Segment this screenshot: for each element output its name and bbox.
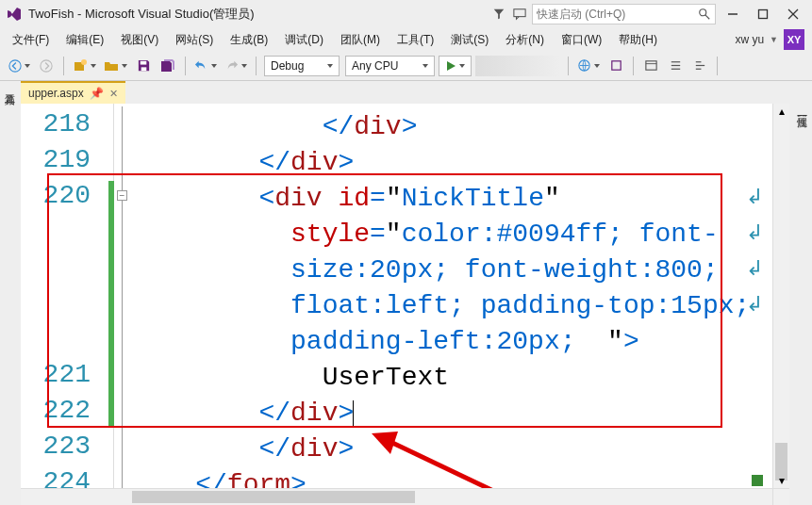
svg-point-8 (41, 59, 52, 71)
search-icon[interactable] (698, 8, 711, 21)
config-combo[interactable]: Debug (264, 56, 340, 76)
tool-btn-4[interactable] (688, 55, 711, 77)
menu-test[interactable]: 测试(S) (442, 29, 497, 51)
redo-button[interactable] (222, 55, 250, 77)
menu-analyze[interactable]: 分析(N) (497, 29, 553, 51)
tabstrip: upper.aspx 📌 ✕ (21, 81, 789, 104)
line-number: 221 (21, 360, 98, 389)
notifications-icon[interactable] (490, 6, 507, 23)
horizontal-scrollbar[interactable] (21, 488, 772, 505)
menu-file[interactable]: 文件(F) (4, 29, 58, 51)
nav-fwd-button[interactable] (35, 55, 58, 77)
save-all-button[interactable] (157, 55, 179, 77)
user-dropdown-icon[interactable]: ▼ (770, 35, 778, 44)
fold-toggle[interactable]: − (117, 190, 127, 201)
wrap-icon: ↲ (746, 220, 763, 245)
line-number: 218 (21, 109, 98, 138)
close-tab-icon[interactable]: ✕ (109, 88, 118, 100)
wrap-indicators: ↲ ↲ ↲ ↲ (733, 104, 769, 505)
svg-rect-12 (141, 67, 146, 71)
undo-button[interactable] (191, 55, 220, 77)
titlebar: TwoFish - Microsoft Visual Studio(管理员) (0, 0, 812, 28)
editor[interactable]: 218 219 220 221 222 223 224 225 − </div>… (21, 104, 789, 505)
tool-btn-2[interactable] (639, 55, 662, 77)
new-project-button[interactable] (70, 55, 99, 77)
line-number: 222 (21, 396, 98, 425)
line-number: 220 (21, 181, 98, 210)
line-number: 219 (21, 145, 98, 174)
close-button[interactable] (780, 4, 806, 24)
debug-target-area[interactable] (475, 56, 560, 76)
menu-team[interactable]: 团队(M) (332, 29, 389, 51)
scroll-corner (772, 488, 789, 505)
svg-point-7 (9, 59, 21, 71)
menu-tools[interactable]: 工具(T) (389, 29, 442, 51)
menu-help[interactable]: 帮助(H) (610, 29, 666, 51)
scroll-up-icon[interactable]: ▴ (773, 104, 789, 119)
svg-line-2 (705, 15, 709, 19)
user-badge[interactable]: XY (784, 29, 804, 50)
quicklaunch[interactable] (532, 4, 716, 24)
nav-back-button[interactable] (6, 55, 33, 77)
menu-edit[interactable]: 编辑(E) (58, 29, 112, 51)
menu-window[interactable]: 窗口(W) (553, 29, 610, 51)
scroll-down-icon[interactable]: ▾ (773, 473, 789, 488)
svg-rect-4 (759, 10, 768, 19)
minimize-button[interactable] (720, 4, 746, 24)
menu-debug[interactable]: 调试(D) (276, 29, 332, 51)
toolbox-tab[interactable]: 工具箱 (0, 81, 20, 92)
left-rail: 工具箱 (0, 81, 21, 505)
vs-logo-icon (6, 6, 23, 23)
menu-view[interactable]: 视图(V) (112, 29, 167, 51)
save-button[interactable] (132, 55, 155, 77)
line-number-gutter: 218 219 220 221 222 223 224 225 (21, 104, 113, 505)
svg-point-1 (700, 9, 706, 16)
tool-btn-1[interactable] (605, 55, 627, 77)
properties-tab[interactable]: 属性 (789, 104, 812, 115)
code-area[interactable]: </div> </div> <div id="NickTitle" style=… (132, 104, 731, 505)
feedback-icon[interactable] (511, 6, 528, 23)
browser-link-button[interactable] (574, 55, 603, 77)
vertical-scrollbar[interactable]: ▴ ▾ (772, 104, 789, 488)
maximize-button[interactable] (750, 4, 776, 24)
svg-rect-0 (514, 9, 525, 17)
doc-tab-label: upper.aspx (28, 87, 84, 100)
user-name[interactable]: xw yu (735, 33, 764, 46)
svg-rect-11 (140, 61, 146, 65)
toolbar: Debug Any CPU (0, 51, 812, 81)
status-indicator (752, 475, 763, 486)
doc-tab-upper[interactable]: upper.aspx 📌 ✕ (21, 81, 125, 104)
menu-site[interactable]: 网站(S) (167, 29, 222, 51)
window-title: TwoFish - Microsoft Visual Studio(管理员) (28, 6, 255, 23)
platform-combo[interactable]: Any CPU (345, 56, 435, 76)
open-file-button[interactable] (101, 55, 130, 77)
pin-icon[interactable]: 📌 (90, 87, 104, 100)
menubar: 文件(F) 编辑(E) 视图(V) 网站(S) 生成(B) 调试(D) 团队(M… (0, 28, 812, 51)
line-number: 223 (21, 432, 98, 461)
svg-point-10 (81, 59, 87, 65)
svg-rect-15 (645, 61, 655, 70)
change-bar (108, 181, 114, 428)
scroll-thumb-h[interactable] (132, 491, 415, 503)
menu-build[interactable]: 生成(B) (222, 29, 276, 51)
solution-explorer-tab[interactable]: 解决方案资源管理器 (789, 81, 812, 92)
right-rail: 解决方案资源管理器 团队资源管理器 属性 (789, 81, 812, 505)
wrap-icon: ↲ (746, 292, 763, 317)
fold-column: − (113, 104, 130, 505)
svg-rect-14 (611, 61, 620, 70)
team-explorer-tab[interactable]: 团队资源管理器 (789, 92, 812, 104)
wrap-icon: ↲ (746, 185, 763, 209)
text-cursor (353, 400, 354, 427)
tool-btn-3[interactable] (664, 55, 687, 77)
wrap-icon: ↲ (746, 256, 763, 281)
quicklaunch-input[interactable] (537, 8, 698, 21)
start-debug-button[interactable] (439, 56, 472, 76)
